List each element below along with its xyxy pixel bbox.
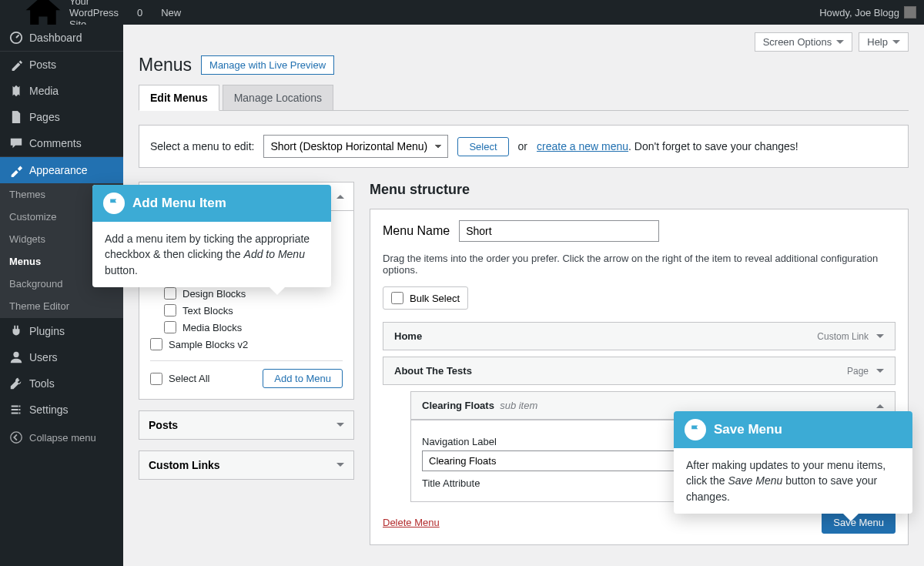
admin-bar: Your WordPress Site 0 New Howdy, Joe Blo… (0, 0, 924, 25)
comments-link[interactable]: 0 (132, 7, 142, 18)
site-name-link[interactable]: Your WordPress Site (22, 0, 119, 25)
new-link[interactable]: New (156, 7, 181, 18)
account-link[interactable]: Howdy, Joe Blogg (819, 6, 916, 18)
site-name-text: Your WordPress Site (69, 0, 119, 25)
new-label: New (161, 7, 181, 18)
howdy-text: Howdy, Joe Blogg (819, 7, 899, 18)
avatar (904, 6, 916, 18)
comments-count: 0 (137, 7, 142, 18)
